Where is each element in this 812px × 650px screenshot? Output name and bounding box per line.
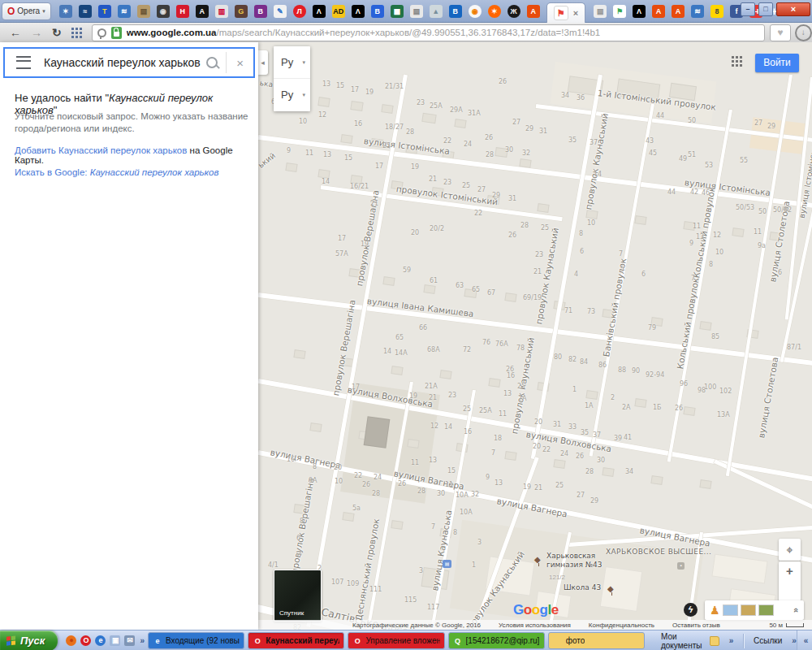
satellite-toggle[interactable]: Спутник [274,570,322,622]
browser-tab[interactable]: ▲ [430,5,443,18]
quick-launch-icon[interactable]: ✉ [124,635,135,646]
browser-tab[interactable]: В [254,5,267,18]
feedback-link[interactable]: Оставить отзыв [672,622,720,629]
search-icon[interactable] [206,57,218,68]
browser-tab[interactable]: AD [332,5,345,18]
site-badge-icon[interactable] [97,28,106,37]
browser-tab[interactable]: ▥ [215,5,228,18]
browser-tab[interactable]: A [527,5,540,18]
school-icon[interactable] [534,557,543,566]
my-documents-toolbar[interactable]: Мои документы [661,632,705,650]
gymnasium-label[interactable]: Харьковскаягимназия №43 [546,552,603,570]
browser-tab[interactable]: ▤ [594,5,607,18]
download-icon[interactable]: ↓ [795,24,812,41]
browser-tab[interactable]: ⚑ [613,5,626,18]
terms-link[interactable]: Условия использования [499,622,571,629]
search-google-query[interactable]: Каунасский переулок харьков [90,167,219,177]
back-button[interactable]: ← [10,26,21,39]
active-tab[interactable]: ⚑ × [546,2,585,23]
browser-tab[interactable]: ▦ [391,5,404,18]
opera-menu-button[interactable]: O Opera ▾ [2,2,51,20]
poi-icon[interactable]: ▪ [677,562,685,570]
add-place-link[interactable]: Добавить Каунасский переулок харьков [15,145,187,155]
browser-tab[interactable]: Н [176,5,189,18]
search-google-link[interactable]: Искать в Google: [15,167,90,177]
school-icon[interactable] [607,587,616,596]
search-box[interactable]: × [3,47,255,78]
reload-button[interactable]: ↻ [52,26,62,39]
toolbar-chevron[interactable]: » [729,636,734,645]
forward-button[interactable]: → [31,26,42,39]
browser-tab[interactable]: 8 [710,5,723,18]
browser-tab[interactable]: ▤ [137,5,150,18]
language-select[interactable]: Ру ▾ [274,46,310,78]
pegman-icon[interactable]: ♟ [710,604,720,616]
browser-tab[interactable]: ▤ [410,5,423,18]
url-text[interactable]: www.google.com.ua/maps/search/Каунасский… [127,28,601,37]
institute-label[interactable]: ХАРЬКОВСКОЕ ВЫСШЕЕ... [606,548,711,556]
browser-tab[interactable]: ✶ [59,5,72,18]
browser-tab[interactable]: Ж [508,5,520,18]
language-select[interactable]: Ру ▾ [274,78,310,110]
sign-in-button[interactable]: Войти [755,54,799,72]
panel-collapse-button[interactable]: ◂ [257,50,268,75]
url-field[interactable]: www.google.com.ua/maps/search/Каунасский… [92,24,765,41]
browser-tab[interactable]: Л [293,5,306,18]
search-input[interactable] [42,55,206,70]
browser-tab[interactable]: ≈ [79,5,92,18]
taskbar-window-button[interactable]: e Входящие (92 новых ... [148,632,244,649]
collapse-chevron-icon[interactable]: « [792,608,801,613]
taskbar-window-button[interactable]: O Управление вложени... [348,632,444,649]
taskbar-window-button[interactable]: фото [548,632,645,649]
maximize-button[interactable]: □ [758,2,773,16]
taskbar-window-button[interactable]: O Каунасский переул... [248,632,344,649]
clear-search-icon[interactable]: × [236,56,244,70]
map-building [683,406,695,416]
browser-tab[interactable]: A [652,5,665,18]
speed-dial-icon[interactable] [71,28,82,38]
quick-launch-icon[interactable]: ▣ [110,635,120,646]
secure-lock-icon[interactable] [111,27,122,39]
browser-tab[interactable]: ✶ [488,5,501,18]
power-station-icon[interactable]: ϟ [684,603,698,617]
google-apps-grid-icon[interactable] [732,56,743,67]
browser-tab[interactable]: В [371,5,384,18]
minimize-button[interactable]: – [741,2,755,16]
imagery-thumbnail[interactable] [741,604,756,616]
browser-tab[interactable]: Λ [633,5,646,18]
imagery-thumbnail[interactable] [758,604,774,616]
folder-icon[interactable] [710,636,719,646]
map-canvas[interactable]: 1-й Істомінський провулоквулиця Істомінс… [258,42,812,630]
browser-tab[interactable]: А [196,5,209,18]
browser-tab[interactable]: ≋ [118,5,131,18]
browser-tab[interactable]: ◉ [157,5,170,18]
zoom-in-button[interactable]: + [779,561,801,581]
browser-tab[interactable]: B [449,5,462,18]
close-button[interactable]: × [776,2,810,16]
my-location-button[interactable]: ⌖ [779,539,801,561]
tab-close-icon[interactable]: × [573,8,578,18]
taskbar-window-button[interactable]: Q [154218672@qip.ru] - ... [448,632,545,649]
school-label[interactable]: Школа 43 [564,583,601,592]
tray-collapse-chevron[interactable]: « [804,636,809,645]
quick-launch-icon[interactable]: ● [66,635,76,646]
poi-icon[interactable]: ▤ [443,560,451,568]
browser-tab[interactable]: ✎ [274,5,287,18]
quick-launch-icon[interactable]: e [95,635,106,646]
quick-launch-chevron[interactable]: » [140,636,145,645]
menu-hamburger-icon[interactable] [16,56,31,69]
browser-tab[interactable]: Λ [352,5,365,18]
house-number: 22 [354,472,362,479]
quick-launch-icon[interactable]: O [80,635,91,646]
links-toolbar[interactable]: Ссылки [754,636,782,645]
imagery-thumbnail[interactable] [723,604,738,616]
browser-tab[interactable]: A [672,5,685,18]
browser-tab[interactable]: G [235,5,248,18]
browser-tab[interactable]: ≋ [691,5,704,18]
bookmark-heart-icon[interactable]: ♥ [770,24,791,41]
browser-tab[interactable]: Т [98,5,111,18]
privacy-link[interactable]: Конфиденциальность [589,622,654,629]
start-button[interactable]: Пуск [0,630,58,650]
browser-tab[interactable]: Λ [313,5,326,18]
browser-tab[interactable]: ◉ [469,5,482,18]
